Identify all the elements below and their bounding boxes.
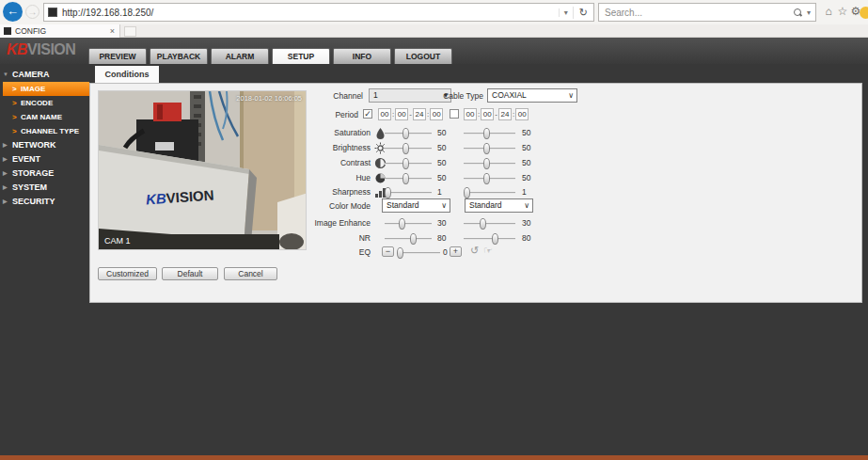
sharpness-value-2: 1 (522, 187, 527, 197)
hue-value-1: 50 (437, 173, 446, 182)
customized-button[interactable]: Customized (98, 267, 157, 280)
nav-tab-alarm[interactable]: ALARM (211, 48, 269, 64)
default-button[interactable]: Default (162, 267, 218, 280)
time-hh[interactable]: 24 (498, 108, 512, 120)
back-button[interactable]: ← (3, 2, 23, 22)
tab-favicon (4, 27, 11, 35)
sidebar-item-cam-name[interactable]: >CAM NAME (0, 110, 89, 124)
forward-button[interactable]: → (25, 5, 39, 19)
search-icon[interactable] (794, 8, 802, 17)
sharpness-slider-2[interactable] (464, 187, 470, 198)
address-bar[interactable]: http://192.168.18.250/ ▾ ↻ (43, 3, 594, 22)
browser-toolbar: ← → http://192.168.18.250/ ▾ ↻ Search...… (0, 0, 868, 24)
sidebar-item-image[interactable]: >IMAGE (3, 82, 89, 96)
nr-value-2: 80 (522, 233, 530, 243)
nr-label: NR (260, 233, 371, 243)
brightness-slider-2[interactable] (483, 143, 490, 154)
sharpness-slider-1[interactable] (385, 187, 391, 198)
home-icon[interactable]: ⌂ (822, 5, 835, 18)
refresh-icon[interactable]: ↻ (573, 7, 593, 19)
image-enhance-slider-2[interactable] (480, 218, 486, 230)
sidebar-item-security[interactable]: ▶SECURITY (0, 195, 89, 209)
favorites-icon[interactable]: ☆ (836, 5, 849, 18)
saturation-value-2: 50 (522, 128, 530, 137)
address-dropdown-icon[interactable]: ▾ (559, 8, 573, 17)
eq-reset-icon[interactable]: ↺ (470, 245, 479, 257)
image-enhance-label: Image Enhance (260, 218, 371, 228)
hue-slider-2[interactable] (483, 173, 490, 184)
cable-type-select[interactable]: COAXIAL ∨ (487, 88, 577, 103)
period-time-1[interactable]: 00 : 00 - 24 : 00 (378, 108, 443, 120)
saturation-slider-2[interactable] (483, 128, 490, 139)
nav-tab-logout[interactable]: LOGOUT (394, 48, 452, 64)
nr-value-1: 80 (437, 233, 446, 243)
site-favicon (48, 8, 57, 17)
new-tab-button[interactable] (124, 26, 136, 37)
search-placeholder[interactable]: Search... (599, 8, 794, 18)
time-hh[interactable]: 24 (413, 108, 426, 120)
brightness-row: Brightness 50 50 (90, 140, 861, 154)
image-enhance-row: Image Enhance 30 30 (90, 215, 861, 230)
url-text[interactable]: http://192.168.18.250/ (62, 8, 559, 18)
period-checkbox-2[interactable] (450, 109, 459, 119)
app-header: KBVISION PREVIEW PLAYBACK ALARM SETUP IN… (0, 38, 868, 64)
chevron-down-icon: ∨ (568, 89, 574, 102)
hue-slider-1[interactable] (402, 173, 409, 184)
saturation-slider-1[interactable] (402, 128, 409, 139)
time-mm[interactable]: 00 (430, 108, 443, 120)
nav-tab-info[interactable]: INFO (333, 48, 391, 64)
collapse-icon: ▶ (3, 181, 8, 195)
search-box[interactable]: Search... ▾ (598, 3, 816, 22)
eq-slider[interactable] (397, 247, 403, 259)
channel-row: Channel 1 ▾ Cable Type COAXIAL ∨ (90, 88, 861, 103)
sidebar-item-camera[interactable]: ▼CAMERA (0, 68, 89, 82)
contrast-label: Contrast (260, 158, 371, 167)
nav-tab-preview[interactable]: PREVIEW (88, 48, 147, 64)
tab-close-icon[interactable]: × (110, 26, 119, 36)
chevron-right-icon: > (12, 110, 17, 124)
browser-tab[interactable]: CONFIG × (0, 24, 120, 38)
sidebar-item-network[interactable]: ▶NETWORK (0, 138, 89, 152)
eq-hand-icon[interactable]: ☞ (483, 245, 493, 257)
sharpness-row: Sharpness 1 1 (90, 184, 861, 198)
contrast-row: Contrast 50 50 (90, 155, 861, 169)
sidebar-item-system[interactable]: ▶SYSTEM (0, 181, 89, 195)
tab-conditions[interactable]: Conditions (95, 66, 159, 83)
sidebar-item-event[interactable]: ▶EVENT (0, 152, 89, 167)
search-dropdown-icon[interactable]: ▾ (805, 8, 815, 17)
eq-minus-button[interactable]: − (382, 246, 394, 257)
sidebar-item-encode[interactable]: >ENCODE (0, 96, 89, 110)
color-mode-select-1[interactable]: Standard ∨ (382, 198, 450, 213)
time-mm[interactable]: 00 (395, 108, 408, 120)
saturation-value-1: 50 (437, 128, 446, 137)
logo-kb: KB (7, 41, 27, 57)
logo-vision: VISION (27, 41, 75, 57)
time-mm[interactable]: 00 (515, 108, 529, 120)
brightness-label: Brightness (260, 143, 371, 152)
sidebar-label: NETWORK (12, 140, 56, 150)
contrast-slider-1[interactable] (402, 158, 409, 169)
nr-slider-2[interactable] (492, 233, 498, 245)
brightness-slider-1[interactable] (402, 143, 409, 154)
collapse-icon: ▶ (3, 195, 8, 209)
period-time-2[interactable]: 00 : 00 - 24 : 00 (464, 108, 529, 120)
sidebar-label: SECURITY (12, 197, 55, 206)
contrast-slider-2[interactable] (483, 158, 490, 169)
sidebar-item-channel-type[interactable]: >CHANNEL TYPE (0, 124, 89, 138)
period-checkbox-1[interactable]: ✓ (363, 109, 372, 119)
time-hh[interactable]: 00 (464, 108, 477, 120)
image-enhance-value-1: 30 (437, 218, 446, 228)
nr-slider-1[interactable] (410, 233, 417, 245)
sidebar-item-storage[interactable]: ▶STORAGE (0, 167, 89, 181)
color-mode-select-2[interactable]: Standard ∨ (465, 198, 533, 213)
time-mm[interactable]: 00 (481, 108, 494, 120)
nav-tab-playback[interactable]: PLAYBACK (150, 48, 208, 64)
time-hh[interactable]: 00 (378, 108, 391, 120)
eq-plus-button[interactable]: + (450, 246, 462, 257)
nav-tab-setup[interactable]: SETUP (272, 48, 330, 64)
eq-row: EQ − 0 + ↺ ☞ (90, 245, 861, 259)
feedback-icon[interactable] (860, 7, 868, 19)
sidebar-label: CAMERA (12, 70, 50, 79)
cancel-button[interactable]: Cancel (224, 267, 277, 280)
image-enhance-slider-1[interactable] (399, 218, 405, 230)
